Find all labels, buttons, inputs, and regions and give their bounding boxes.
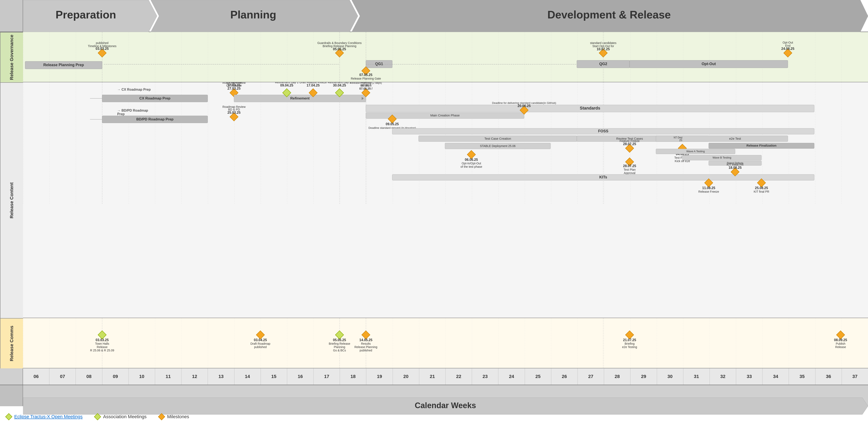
week-28: 28 (604, 368, 630, 385)
svg-text:Roadmap Review: Roadmap Review (222, 105, 246, 109)
svg-text:Release Finalization: Release Finalization (746, 144, 776, 147)
svg-text:→ CX Roadmap Prep: → CX Roadmap Prep (117, 88, 151, 91)
svg-text:11.08.25: 11.08.25 (702, 186, 715, 190)
week-32: 32 (710, 368, 736, 385)
week-29: 29 (630, 368, 657, 385)
svg-text:09.05.25: 09.05.25 (386, 122, 399, 126)
week-31: 31 (683, 368, 710, 385)
svg-text:05.05.25: 05.05.25 (333, 338, 346, 342)
week-21: 21 (419, 368, 445, 385)
svg-text:Refinement Day 2: Refinement Day 2 (328, 82, 351, 84)
week-37: 37 (842, 368, 868, 385)
week-36: 36 (815, 368, 842, 385)
svg-text:Refinement Day 1: Refinement Day 1 (275, 82, 299, 84)
calendar-arrow-svg: Calendar Weeks (23, 396, 868, 417)
week-18: 18 (340, 368, 366, 385)
svg-text:03.04.25: 03.04.25 (254, 338, 267, 342)
svg-text:Development & Release: Development & Release (547, 8, 671, 21)
svg-text:Main Creation Phase: Main Creation Phase (430, 114, 460, 117)
svg-text:Draft Roadmap: Draft Roadmap (251, 342, 271, 345)
svg-text:28.07.25: 28.07.25 (623, 164, 636, 168)
svg-text:Gs & BCs: Gs & BCs (333, 349, 346, 352)
svg-text:FOSS: FOSS (598, 129, 608, 133)
gantt-container: Preparation Planning Development & Relea… (0, 0, 868, 427)
svg-text:e2e Testing: e2e Testing (622, 345, 637, 349)
svg-text:Preparation: Preparation (56, 8, 116, 21)
svg-text:06.06.25: 06.06.25 (465, 158, 478, 161)
svg-text:QG1: QG1 (375, 62, 383, 66)
week-26: 26 (551, 368, 578, 385)
week-22: 22 (445, 368, 472, 385)
week-label-spacer (0, 368, 23, 385)
svg-text:BD/PD  Roadmap Prep: BD/PD Roadmap Prep (136, 117, 174, 121)
svg-text:Standards: Standards (580, 106, 600, 110)
svg-text:→ BD/PD  Roadmap: → BD/PD Roadmap (117, 109, 148, 112)
svg-text:R 25.06 & R 25.09: R 25.06 & R 25.09 (90, 349, 114, 352)
svg-text:published: published (360, 349, 372, 352)
svg-text:Roadmap Review: Roadmap Review (222, 82, 246, 84)
svg-text:QG2: QG2 (599, 62, 607, 66)
svg-text:Briefing Release: Briefing Release (329, 342, 350, 345)
svg-text:Briefing: Briefing (625, 342, 634, 345)
svg-text:Town Halls: Town Halls (95, 342, 109, 345)
content-row-wrapper: Release Content (0, 82, 868, 318)
svg-text:CX Roadmap Prep: CX Roadmap Prep (140, 96, 170, 100)
svg-text:published: published (254, 345, 267, 349)
week-33: 33 (736, 368, 763, 385)
svg-text:Release-Planning (2 days): Release-Planning (2 days) (350, 82, 382, 84)
week-cells: 06 07 08 09 10 11 12 13 14 15 16 17 18 1… (23, 368, 868, 385)
week-06: 06 (23, 368, 50, 385)
phase-header: Preparation Planning Development & Relea… (0, 0, 868, 32)
content-svg: CX Roadmap Prep BD/PD Roadmap Prep 27.03… (23, 82, 868, 204)
week-row: 06 07 08 09 10 11 12 13 14 15 16 17 18 1… (0, 368, 868, 385)
svg-text:KIT final PR: KIT final PR (754, 190, 769, 193)
week-17: 17 (314, 368, 340, 385)
phase-arrows-svg: Preparation Planning Development & Relea… (23, 0, 868, 32)
svg-text:Planning: Planning (334, 345, 345, 349)
calendar-spacer (0, 385, 23, 406)
svg-text:Release: Release (97, 345, 107, 349)
svg-text:24.08.25: 24.08.25 (781, 47, 794, 51)
svg-text:Test Case Creation: Test Case Creation (484, 137, 511, 140)
week-35: 35 (789, 368, 815, 385)
svg-text:Wave A Testing: Wave A Testing (686, 150, 705, 153)
svg-text:Test Plan: Test Plan (623, 168, 636, 171)
week-14: 14 (235, 368, 261, 385)
svg-text:of the test phase: of the test phase (461, 165, 482, 169)
svg-text:Feature Freeze: Feature Freeze (620, 139, 640, 143)
comms-row-wrapper: Release Comms (0, 318, 868, 368)
svg-text:21.07.25: 21.07.25 (623, 338, 636, 342)
content-content: CX Roadmap Prep BD/PD Roadmap Prep 27.03… (23, 82, 868, 318)
week-20: 20 (393, 368, 419, 385)
svg-text:07.05.25 /: 07.05.25 / (360, 87, 372, 90)
svg-text:Results: Results (361, 342, 371, 345)
week-09: 09 (102, 368, 129, 385)
svg-text:27.03.25: 27.03.25 (227, 87, 241, 90)
week-13: 13 (208, 368, 234, 385)
comms-svg: 03.03.25 Town Halls Release R 25.06 & R … (23, 318, 868, 368)
svg-text:Publish: Publish (836, 342, 845, 345)
svg-text:Release: Release (835, 345, 846, 349)
svg-text:Opt-In/Opt-Out: Opt-In/Opt-Out (462, 162, 481, 165)
week-30: 30 (657, 368, 683, 385)
svg-text:KIT initial PR: KIT initial PR (727, 163, 744, 166)
svg-text:Prep: Prep (117, 112, 125, 116)
svg-text:08.09.25: 08.09.25 (834, 338, 847, 342)
svg-text:09.04.25: 09.04.25 (280, 84, 293, 87)
governance-label: Release Governance (0, 32, 23, 82)
svg-text:28.07.25: 28.07.25 (623, 142, 636, 146)
svg-text:End: End (785, 44, 790, 47)
svg-text:Draft Feature Freeze: Draft Feature Freeze (300, 82, 327, 84)
svg-text:Approval: Approval (624, 171, 635, 175)
eclipse-diamond-icon (5, 413, 12, 420)
week-08: 08 (76, 368, 102, 385)
week-11: 11 (155, 368, 182, 385)
svg-text:Release Planning Prep: Release Planning Prep (43, 63, 84, 67)
week-12: 12 (182, 368, 208, 385)
svg-text:Deadline for delivering standa: Deadline for delivering standard candida… (492, 101, 556, 104)
gantt-rows: Release Governance Release Planning Prep (0, 32, 868, 427)
week-19: 19 (366, 368, 393, 385)
governance-svg: Release Planning Prep 03.03.25 Timeline … (23, 32, 868, 82)
svg-text:Opt-Out: Opt-Out (783, 41, 793, 44)
week-34: 34 (763, 368, 789, 385)
